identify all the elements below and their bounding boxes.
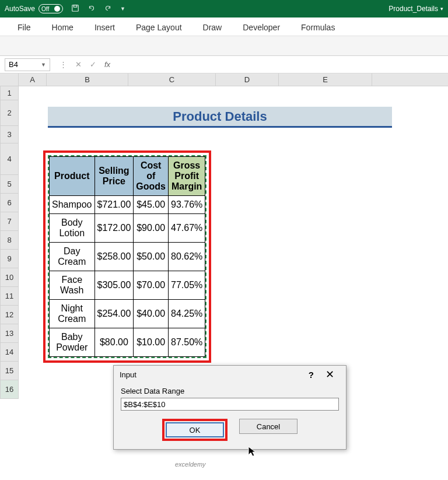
dialog-label: Select Data Range [121, 387, 339, 395]
marching-ants-border: ProductSelling PriceCost of GoodsGross P… [48, 155, 206, 358]
table-cell[interactable]: Night Cream [50, 300, 95, 328]
dialog-title: Input [120, 370, 303, 379]
select-all-corner[interactable] [0, 73, 19, 86]
row-header-4[interactable]: 4 [0, 143, 19, 175]
table-cell[interactable]: 47.67% [169, 214, 205, 243]
table-row[interactable]: Shampoo$721.00$45.0093.76% [50, 196, 205, 214]
table-cell[interactable]: 80.62% [169, 243, 205, 271]
autosave-label: AutoSave [5, 5, 35, 13]
row-header-15[interactable]: 15 [0, 362, 19, 380]
row-header-3[interactable]: 3 [0, 126, 19, 143]
title-bar: AutoSave Off ▼ Product_Details ▾ [0, 0, 448, 17]
table-cell[interactable]: Day Cream [50, 243, 95, 271]
ribbon-tab-file[interactable]: File [7, 19, 41, 36]
row-header-10[interactable]: 10 [0, 268, 19, 287]
row-header-12[interactable]: 12 [0, 306, 19, 324]
table-row[interactable]: Night Cream$254.00$40.0084.25% [50, 300, 205, 328]
ribbon-tab-formulas[interactable]: Formulas [290, 19, 345, 36]
spreadsheet-grid[interactable]: ABCDE 12345678910111213141516 Product De… [0, 73, 448, 86]
table-cell[interactable]: $254.00 [94, 300, 134, 328]
ribbon-tab-insert[interactable]: Insert [84, 19, 125, 36]
fx-icon[interactable]: fx [104, 60, 110, 69]
close-icon[interactable]: ✕ [320, 368, 340, 381]
table-cell[interactable]: $721.00 [94, 196, 134, 214]
watermark: exceldemy [175, 461, 206, 468]
dropdown-icon[interactable]: ▼ [120, 6, 125, 12]
row-header-6[interactable]: 6 [0, 194, 19, 212]
table-cell[interactable]: $172.00 [94, 214, 134, 243]
ok-button-highlight: OK [162, 419, 228, 441]
redo-icon[interactable] [104, 4, 112, 14]
row-header-5[interactable]: 5 [0, 175, 19, 194]
column-header-D[interactable]: D [216, 73, 279, 86]
filename: Product_Details ▾ [388, 5, 443, 13]
sheet-title: Product Details [48, 107, 392, 128]
selection-highlight: ProductSelling PriceCost of GoodsGross P… [43, 150, 211, 363]
table-header[interactable]: Gross Profit Margin [169, 157, 205, 196]
table-cell[interactable]: $258.00 [94, 243, 134, 271]
table-row[interactable]: Face Wash$305.00$70.0077.05% [50, 271, 205, 300]
input-dialog: Input ? ✕ Select Data Range OK Cancel [113, 365, 346, 450]
table-header[interactable]: Cost of Goods [134, 157, 169, 196]
accept-formula-icon[interactable]: ✓ [90, 60, 96, 69]
column-header-E[interactable]: E [279, 73, 372, 86]
table-cell[interactable]: Baby Powder [50, 328, 95, 357]
ribbon-tab-home[interactable]: Home [41, 19, 84, 36]
row-header-11[interactable]: 11 [0, 287, 19, 306]
table-cell[interactable]: $50.00 [134, 243, 169, 271]
row-header-2[interactable]: 2 [0, 100, 19, 126]
table-row[interactable]: Day Cream$258.00$50.0080.62% [50, 243, 205, 271]
column-header-A[interactable]: A [19, 73, 47, 86]
table-cell[interactable]: $10.00 [134, 328, 169, 357]
ribbon-tab-draw[interactable]: Draw [192, 19, 233, 36]
row-header-16[interactable]: 16 [0, 380, 19, 399]
table-cell[interactable]: $305.00 [94, 271, 134, 300]
range-input[interactable] [121, 398, 339, 411]
table-cell[interactable]: $90.00 [134, 214, 169, 243]
product-table: ProductSelling PriceCost of GoodsGross P… [49, 156, 205, 357]
column-header-B[interactable]: B [47, 73, 128, 86]
row-header-8[interactable]: 8 [0, 231, 19, 250]
table-cell[interactable]: $40.00 [134, 300, 169, 328]
table-header[interactable]: Product [50, 157, 95, 196]
chevron-down-icon[interactable]: ▼ [41, 62, 46, 68]
table-cell[interactable]: 87.50% [169, 328, 205, 357]
formula-bar-row: B4 ▼ ⋮ ✕ ✓ fx [0, 56, 448, 73]
save-icon[interactable] [71, 4, 79, 14]
table-cell[interactable]: $70.00 [134, 271, 169, 300]
table-cell[interactable]: Body Lotion [50, 214, 95, 243]
table-cell[interactable]: $80.00 [94, 328, 134, 357]
row-header-7[interactable]: 7 [0, 212, 19, 231]
filename-dropdown-icon[interactable]: ▾ [440, 6, 443, 12]
table-cell[interactable]: 77.05% [169, 271, 205, 300]
row-header-13[interactable]: 13 [0, 324, 19, 343]
ok-button[interactable]: OK [166, 422, 224, 437]
cancel-button[interactable]: Cancel [239, 419, 298, 434]
help-icon[interactable]: ? [303, 370, 320, 380]
svg-rect-1 [74, 5, 76, 7]
ribbon-tab-developer[interactable]: Developer [232, 19, 290, 36]
table-cell[interactable]: Face Wash [50, 271, 95, 300]
table-row[interactable]: Body Lotion$172.00$90.0047.67% [50, 214, 205, 243]
ribbon-tab-page-layout[interactable]: Page Layout [125, 19, 192, 36]
autosave-toggle[interactable]: Off [38, 4, 63, 13]
ribbon-tabs: FileHomeInsertPage LayoutDrawDeveloperFo… [0, 17, 448, 36]
row-header-9[interactable]: 9 [0, 250, 19, 268]
divider: ⋮ [60, 60, 67, 69]
cancel-formula-icon[interactable]: ✕ [75, 60, 82, 69]
row-header-14[interactable]: 14 [0, 343, 19, 362]
svg-rect-0 [72, 5, 79, 11]
row-header-1[interactable]: 1 [0, 86, 19, 100]
table-cell[interactable]: Shampoo [50, 196, 95, 214]
table-cell[interactable]: 93.76% [169, 196, 205, 214]
name-box[interactable]: B4 ▼ [5, 58, 50, 71]
table-row[interactable]: Baby Powder$80.00$10.0087.50% [50, 328, 205, 357]
toggle-knob [54, 6, 60, 12]
undo-icon[interactable] [88, 4, 96, 14]
column-header-C[interactable]: C [128, 73, 216, 86]
ribbon-spacer [0, 36, 448, 56]
table-cell[interactable]: 84.25% [169, 300, 205, 328]
table-cell[interactable]: $45.00 [134, 196, 169, 214]
table-header[interactable]: Selling Price [94, 157, 134, 196]
